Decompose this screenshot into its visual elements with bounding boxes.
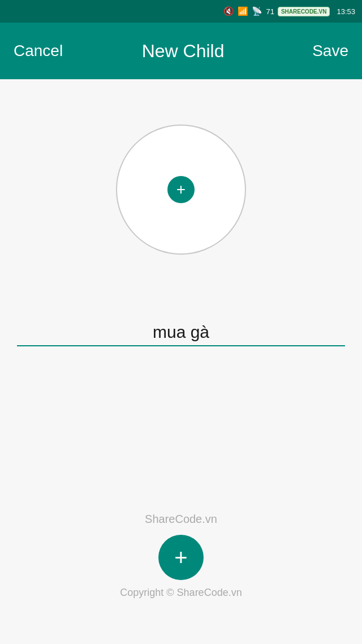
- status-icons: 🔇 📶 📡 71 SHARECODE.VN 13:53: [223, 6, 355, 16]
- copyright-label: Copyright © ShareCode.vn: [120, 587, 242, 599]
- name-input-container: [17, 323, 345, 346]
- status-bar: 🔇 📶 📡 71 SHARECODE.VN 13:53: [0, 0, 362, 23]
- sharecode-label: ShareCode.vn: [145, 513, 217, 526]
- add-photo-button[interactable]: +: [167, 176, 195, 203]
- watermark-badge: SHARECODE.VN: [278, 7, 330, 16]
- page-title: New Child: [63, 41, 303, 62]
- footer-area: ShareCode.vn + Copyright © ShareCode.vn: [0, 513, 362, 599]
- child-name-input[interactable]: [17, 323, 345, 346]
- fab-add-icon: +: [174, 546, 187, 569]
- add-photo-icon: +: [176, 182, 186, 198]
- wifi-icon: 📶: [238, 6, 248, 16]
- mute-icon: 🔇: [223, 6, 234, 16]
- nav-bar: Cancel New Child Save: [0, 23, 362, 79]
- battery-level: 71: [266, 7, 274, 16]
- signal-icon: 📡: [252, 6, 262, 16]
- save-button[interactable]: Save: [303, 42, 348, 60]
- status-time: 13:53: [337, 7, 355, 16]
- avatar-container[interactable]: +: [116, 124, 246, 255]
- cancel-button[interactable]: Cancel: [14, 42, 63, 60]
- fab-add-button[interactable]: +: [158, 535, 204, 580]
- main-content: + ShareCode.vn + Copyright © ShareCode.v…: [0, 79, 362, 644]
